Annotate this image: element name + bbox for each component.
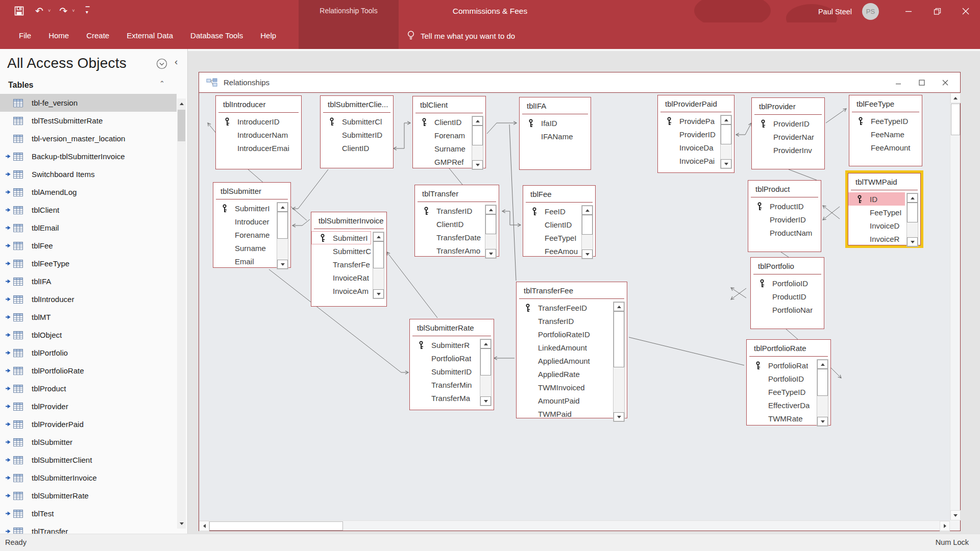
field-row-submittercl[interactable]: SubmitterCl xyxy=(321,115,393,128)
sidebar-item-tblsubmitterrate[interactable]: tblSubmitterRate xyxy=(0,487,177,505)
sidebar-item-tblsubmitter[interactable]: tblSubmitter xyxy=(0,433,177,451)
field-row-providepa[interactable]: ProvidePa xyxy=(658,114,719,128)
field-row-introducernam[interactable]: IntroducerNam xyxy=(216,128,301,141)
tab-external-data[interactable]: External Data xyxy=(118,22,182,49)
table-tbltwmpaid[interactable]: tblTWMPaidIDFeeTypeIInvoiceDInvoiceR xyxy=(848,173,921,245)
canvas-scroll-left-icon[interactable] xyxy=(199,521,209,531)
table-scroll-down-icon[interactable] xyxy=(721,159,731,168)
table-scrollbar[interactable] xyxy=(373,232,384,299)
field-row-feetypei[interactable]: FeeTypeI xyxy=(523,231,580,244)
redo-icon[interactable]: ↷ xyxy=(56,3,71,18)
field-row-transferma[interactable]: TransferMa xyxy=(410,391,478,405)
table-tblifa[interactable]: tblIFAIfaIDIFAName xyxy=(519,97,591,170)
table-scrollbar[interactable] xyxy=(485,205,497,259)
field-row-ifaid[interactable]: IfaID xyxy=(520,116,591,130)
redo-dropdown-icon[interactable]: ˅ xyxy=(72,8,75,13)
field-row-effectiverda[interactable]: EffectiverDa xyxy=(747,398,815,412)
field-row-portfoliorateid[interactable]: PortfolioRateID xyxy=(517,328,611,341)
table-tblproduct[interactable]: tblProductProductIDProviderIDProductNam xyxy=(748,180,821,252)
table-scroll-down-icon[interactable] xyxy=(277,260,288,269)
table-tblintroducer[interactable]: tblIntroducerIntroducerIDIntroducerNamIn… xyxy=(215,95,302,169)
table-tblportfolio[interactable]: tblPortfolioPortfolioIDProductIDPortfoli… xyxy=(750,257,824,329)
table-scrollbar[interactable] xyxy=(277,202,288,269)
table-tblsubmitterrate[interactable]: tblSubmitterRateSubmitterRPortfolioRatSu… xyxy=(409,319,494,410)
field-row-transferid[interactable]: TransferID xyxy=(517,314,611,328)
field-row-transferfe[interactable]: TransferFe xyxy=(311,258,371,271)
field-row-introduceremai[interactable]: IntroducerEmai xyxy=(216,141,301,155)
field-row-invoiced[interactable]: InvoiceD xyxy=(848,219,905,232)
close-button[interactable] xyxy=(951,0,980,22)
table-tblfee[interactable]: tblFeeFeeIDClientIDFeeTypeIFeeAmou xyxy=(523,185,596,257)
table-title[interactable]: tblTransfer xyxy=(415,185,499,202)
table-scrollbar[interactable] xyxy=(472,116,483,170)
sidebar-item-tblemail[interactable]: tblEmail xyxy=(0,219,177,237)
field-row-introducer[interactable]: Introducer xyxy=(213,215,275,228)
table-title[interactable]: tblProvider xyxy=(752,98,824,114)
table-scroll-up-icon[interactable] xyxy=(614,302,624,311)
canvas-vscroll-thumb[interactable] xyxy=(951,104,960,135)
field-row-submitterid[interactable]: SubmitterID xyxy=(410,365,478,378)
canvas-scroll-up-icon[interactable] xyxy=(950,93,961,103)
scroll-down-icon[interactable] xyxy=(177,518,186,529)
tab-database-tools[interactable]: Database Tools xyxy=(182,22,252,49)
field-row-productid[interactable]: ProductID xyxy=(748,199,821,213)
table-scroll-down-icon[interactable] xyxy=(614,412,624,421)
field-row-invoiceam[interactable]: InvoiceAm xyxy=(311,284,371,297)
sidebar-item-tblsubmitterclient[interactable]: tblSubmitterClient xyxy=(0,451,177,469)
table-scroll-thumb[interactable] xyxy=(373,241,384,268)
sidebar-item-tblclient[interactable]: tblClient xyxy=(0,201,177,219)
sidebar-scrollbar[interactable] xyxy=(177,98,186,529)
table-scroll-down-icon[interactable] xyxy=(907,237,918,246)
field-row-submitterid[interactable]: SubmitterID xyxy=(321,128,393,141)
table-scroll-up-icon[interactable] xyxy=(721,115,731,124)
table-scroll-up-icon[interactable] xyxy=(480,339,491,348)
field-row-feeamount[interactable]: FeeAmount xyxy=(849,141,922,154)
table-title[interactable]: tblTransferFee xyxy=(517,282,627,298)
field-row-feetypei[interactable]: FeeTypeI xyxy=(848,206,905,219)
field-row-ifaname[interactable]: IFAName xyxy=(520,130,591,143)
field-row-twmrate[interactable]: TWMRate xyxy=(747,412,815,425)
canvas-scroll-down-icon[interactable] xyxy=(950,510,961,520)
field-row-feeamou[interactable]: FeeAmou xyxy=(523,244,580,258)
table-tbltransfer[interactable]: tblTransferTransferIDClientIDTransferDat… xyxy=(414,185,499,257)
sidebar-item-tblportfolio[interactable]: tblPortfolio xyxy=(0,344,177,362)
tab-home[interactable]: Home xyxy=(40,22,78,49)
field-row-appliedamount[interactable]: AppliedAmount xyxy=(517,354,611,367)
field-row-portfolioid[interactable]: PortfolioID xyxy=(747,372,815,385)
table-scroll-down-icon[interactable] xyxy=(582,249,593,259)
sidebar-item-tblintroducer[interactable]: tblIntroducer xyxy=(0,290,177,308)
table-tblproviderpaid[interactable]: tblProviderPaidProvidePaProviderIDInvoic… xyxy=(657,95,734,173)
field-row-portfoliorat[interactable]: PortfolioRat xyxy=(410,352,478,365)
sidebar-item-tblmt[interactable]: tblMT xyxy=(0,308,177,326)
undo-dropdown-icon[interactable]: ˅ xyxy=(48,8,51,13)
undo-icon[interactable]: ↶ xyxy=(32,3,47,18)
table-title[interactable]: tblFee xyxy=(523,186,595,202)
relationships-canvas[interactable]: tblIntroducerIntroducerIDIntroducerNamIn… xyxy=(199,93,950,520)
restore-button[interactable] xyxy=(923,0,951,22)
sidebar-item-tblobject[interactable]: tblObject xyxy=(0,326,177,344)
sidebar-item-tblfee[interactable]: tblFee xyxy=(0,237,177,255)
table-title[interactable]: tblTWMPaid xyxy=(848,173,920,190)
table-tblclient[interactable]: tblClientClientIDForenamSurnameGMPRef xyxy=(412,96,486,168)
field-row-forename[interactable]: Forename xyxy=(213,228,275,241)
sidebar-item-tblprovider[interactable]: tblProvider xyxy=(0,397,177,415)
table-scrollbar[interactable] xyxy=(480,339,492,406)
sidebar-item-tbltransfer[interactable]: tblTransfer xyxy=(0,522,177,534)
sidebar-item-tblifa[interactable]: tblIFA xyxy=(0,272,177,290)
field-row-productnam[interactable]: ProductNam xyxy=(748,226,821,239)
canvas-horizontal-scrollbar[interactable] xyxy=(199,520,950,531)
table-scroll-up-icon[interactable] xyxy=(373,232,384,241)
table-scroll-down-icon[interactable] xyxy=(817,417,828,426)
field-row-invoiceda[interactable]: InvoiceDa xyxy=(658,141,719,154)
field-row-transfermin[interactable]: TransferMin xyxy=(410,378,478,391)
table-scrollbar[interactable] xyxy=(817,359,828,427)
field-row-feename[interactable]: FeeName xyxy=(849,128,922,141)
table-title[interactable]: tblPortfolioRate xyxy=(747,340,830,356)
field-row-transferdate[interactable]: TransferDate xyxy=(415,231,483,244)
table-scroll-thumb[interactable] xyxy=(817,369,828,396)
table-tblsubmitterclie[interactable]: tblSubmitterClie...SubmitterClSubmitterI… xyxy=(320,95,394,168)
sidebar-item-switchboard-items[interactable]: Switchboard Items xyxy=(0,165,177,183)
field-row-clientid[interactable]: ClientID xyxy=(415,217,483,231)
table-title[interactable]: tblProviderPaid xyxy=(658,95,734,112)
field-row-portfoliorat[interactable]: PortfolioRat xyxy=(747,359,815,372)
